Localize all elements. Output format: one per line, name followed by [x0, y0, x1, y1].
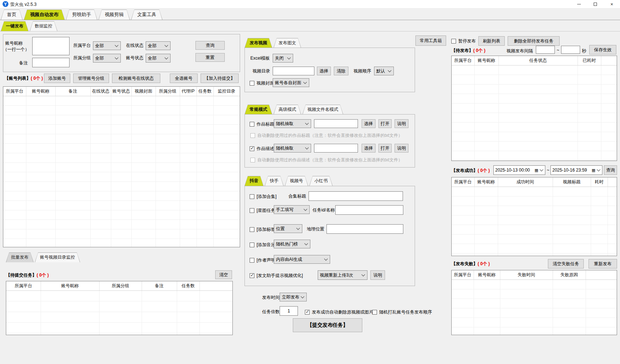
table-row[interactable]	[6, 322, 233, 333]
table-row[interactable]	[452, 103, 617, 113]
table-row[interactable]	[3, 191, 240, 200]
table-row[interactable]	[3, 124, 240, 134]
add-music-checkbox[interactable]	[250, 243, 254, 247]
video-cover-select[interactable]: 账号各自封面	[273, 78, 309, 87]
table-row[interactable]	[452, 132, 617, 141]
work-title-checkbox[interactable]	[250, 122, 254, 127]
table-row[interactable]	[3, 105, 240, 115]
work-title-open-button[interactable]: 打开	[378, 119, 392, 128]
work-title-help-button[interactable]: 说明	[395, 119, 408, 128]
select-all-accounts-button[interactable]: 全选账号	[170, 74, 198, 83]
tab-publish-video[interactable]: 发布视频	[244, 38, 272, 48]
submit-publish-button[interactable]: 【提交发布任务】	[293, 318, 362, 332]
work-desc-checkbox[interactable]	[250, 146, 254, 151]
column-header[interactable]: 在线状态	[90, 87, 111, 96]
column-header[interactable]: 失败原因	[553, 270, 586, 279]
table-row[interactable]	[452, 187, 617, 196]
success-query-button[interactable]: 查询	[604, 165, 617, 175]
tab-jianying-helper[interactable]: 剪映助手	[66, 10, 97, 20]
column-header[interactable]: 账号昵称	[474, 56, 498, 65]
table-row[interactable]	[6, 312, 233, 322]
column-header[interactable]: 所属平台	[3, 87, 26, 96]
delete-all-pending-button[interactable]: 删除全部待发布任务	[508, 36, 560, 46]
table-row[interactable]	[452, 253, 617, 256]
tab-filename-mode[interactable]: 视频文件名模式	[302, 105, 343, 115]
work-desc-mode-select[interactable]: 随机抽取	[274, 144, 311, 153]
column-header[interactable]: 代理IP	[180, 87, 197, 96]
table-row[interactable]	[452, 225, 617, 234]
add-to-pending-button[interactable]: 【加入待提交】	[201, 74, 239, 83]
table-row[interactable]	[452, 113, 617, 122]
table-row[interactable]	[452, 244, 617, 253]
tab-normal-mode[interactable]: 常规模式	[244, 105, 272, 115]
table-row[interactable]	[3, 115, 240, 124]
column-header[interactable]	[601, 56, 617, 65]
table-row[interactable]	[3, 200, 240, 210]
maximize-button[interactable]	[587, 0, 604, 8]
tab-video-auto-publish[interactable]: 视频自动发布	[24, 10, 65, 20]
retry-publish-button[interactable]: 重新发布	[589, 259, 617, 269]
table-row[interactable]	[6, 290, 233, 301]
platform-filter-select[interactable]: 全部	[93, 41, 121, 50]
work-desc-open-button[interactable]: 打开	[378, 144, 392, 153]
column-header[interactable]: 账号昵称	[41, 281, 99, 290]
table-row[interactable]	[452, 318, 617, 327]
task-multiple-input[interactable]	[280, 306, 298, 316]
column-header[interactable]: 账号状态	[111, 87, 131, 96]
remark-input[interactable]	[32, 58, 70, 67]
work-desc-select-button[interactable]: 选择	[362, 144, 376, 153]
column-header[interactable]: 账号昵称	[474, 177, 498, 187]
column-header[interactable]: 所属平台	[6, 281, 41, 290]
tab-advanced-mode[interactable]: 高级模式	[273, 105, 301, 115]
video-cover-checkbox[interactable]	[250, 81, 254, 86]
column-header[interactable]: 视频标题	[553, 177, 591, 187]
tab-home[interactable]: 首页	[1, 10, 23, 20]
tab-publish-image-text[interactable]: 发布图文	[273, 38, 301, 48]
column-header[interactable]: 成功时间	[498, 177, 553, 187]
interval-max-input[interactable]	[561, 46, 580, 54]
table-row[interactable]	[3, 143, 240, 153]
table-row[interactable]	[452, 279, 617, 289]
tab-shipinhao[interactable]: 视频号	[285, 176, 308, 186]
add-tag-checkbox[interactable]	[250, 227, 254, 232]
pause-publish-checkbox[interactable]	[451, 39, 456, 44]
table-row[interactable]	[3, 239, 240, 247]
group-filter-select[interactable]: 全部	[93, 54, 121, 63]
column-header[interactable]: 任务数	[197, 87, 213, 96]
clear-pending-button[interactable]: 清空	[215, 270, 232, 279]
music-mode-select[interactable]: 随机热门榜	[274, 240, 310, 248]
column-header[interactable]: 账号昵称	[26, 87, 55, 96]
work-title-select-button[interactable]: 选择	[362, 119, 376, 128]
clear-failed-button[interactable]: 清空失败任务	[548, 259, 584, 269]
table-row[interactable]	[452, 299, 617, 308]
column-header[interactable]	[199, 281, 233, 290]
toolbox-button[interactable]: 常用工具箱	[415, 35, 446, 46]
task-id-input[interactable]	[335, 205, 403, 215]
nickname-textarea[interactable]	[32, 37, 70, 55]
tag-mode-select[interactable]: 位置	[274, 224, 302, 233]
column-header[interactable]: 任务状态	[498, 56, 578, 65]
save-interval-button[interactable]: 保存生效	[589, 45, 616, 55]
table-row[interactable]	[452, 234, 617, 244]
work-desc-file-input[interactable]	[314, 144, 358, 153]
assistant-help-button[interactable]: 说明	[370, 270, 385, 280]
tab-batch-publish[interactable]: 批量发布	[6, 252, 34, 262]
work-title-mode-select[interactable]: 随机抽取	[274, 119, 311, 128]
table-row[interactable]	[3, 210, 240, 219]
add-account-button[interactable]: 添加账号	[44, 74, 70, 83]
excel-template-select[interactable]: 关闭	[273, 54, 293, 63]
video-dir-clear-button[interactable]: 清除	[334, 67, 348, 75]
online-status-filter-select[interactable]: 全部	[146, 41, 171, 50]
success-date-from-picker[interactable]: 2025-10-13 00:00	[493, 165, 545, 175]
check-online-button[interactable]: 检测账号在线状态	[112, 74, 160, 83]
manage-group-button[interactable]: 管理账号分组	[73, 74, 109, 83]
table-row[interactable]	[3, 229, 240, 239]
column-header[interactable]: 失败时间	[500, 270, 553, 279]
work-desc-note-checkbox[interactable]	[250, 158, 255, 162]
column-header[interactable]: 监控目录	[213, 87, 240, 96]
tab-data-monitor[interactable]: 数据监控	[30, 21, 57, 31]
tab-account-video-dir-monitor[interactable]: 账号视频目录监控	[35, 252, 80, 262]
xingtu-mode-select[interactable]: 手工填写	[274, 205, 310, 214]
table-row[interactable]	[452, 94, 617, 103]
tab-copywriting-tools[interactable]: 文案工具	[131, 10, 163, 20]
